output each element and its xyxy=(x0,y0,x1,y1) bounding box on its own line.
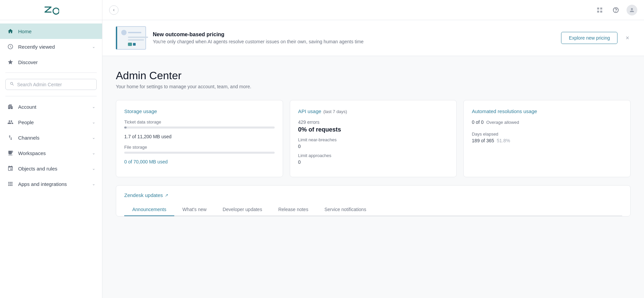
api-requests-pct: 0% of requests xyxy=(298,126,449,133)
overage-label: Overage allowed xyxy=(486,120,519,125)
star-icon xyxy=(7,58,14,66)
storage-card: Storage usage Ticket data storage 1.7 of… xyxy=(116,100,283,177)
sidebar-item-label-objects-rules: Objects and rules xyxy=(18,166,88,171)
sidebar-item-recently-viewed[interactable]: Recently viewed ⌄ xyxy=(0,39,102,54)
help-button[interactable] xyxy=(610,5,621,15)
sidebar-item-label-discover: Discover xyxy=(18,59,95,65)
near-breach-val: 0 xyxy=(298,144,449,149)
api-period: (last 7 days) xyxy=(323,109,347,114)
zendesk-logo-icon xyxy=(43,5,59,15)
topbar xyxy=(102,0,644,20)
close-banner-button[interactable]: × xyxy=(624,33,631,43)
page-subtitle: Your home for settings to manage your ac… xyxy=(116,84,631,89)
sidebar-item-account[interactable]: Account ⌄ xyxy=(0,99,102,114)
approaches-val: 0 xyxy=(298,159,449,165)
people-icon xyxy=(7,118,14,126)
sidebar-item-objects-rules[interactable]: Objects and rules ⌄ xyxy=(0,161,102,176)
chevron-down-icon-objects: ⌄ xyxy=(92,166,95,171)
search-container xyxy=(0,76,102,93)
stats-grid: Storage usage Ticket data storage 1.7 of… xyxy=(116,100,631,177)
pricing-banner: New outcome-based pricing You're only ch… xyxy=(102,20,644,56)
sidebar-item-channels[interactable]: Channels ⌄ xyxy=(0,130,102,145)
search-input[interactable] xyxy=(17,82,92,87)
api-card: API usage (last 7 days) 429 errors 0% of… xyxy=(290,100,457,177)
workspaces-icon xyxy=(7,149,14,157)
ticket-storage-value: 1.7 of 11,200 MB used xyxy=(124,134,275,139)
file-storage-value: 0 of 70,000 MB used xyxy=(124,159,275,164)
sidebar: Home Recently viewed ⌄ Discover xyxy=(0,0,102,298)
sidebar-item-home[interactable]: Home xyxy=(0,23,102,39)
tab-developer-updates[interactable]: Developer updates xyxy=(215,203,270,216)
sidebar-item-discover[interactable]: Discover xyxy=(0,54,102,70)
chevron-down-icon-channels: ⌄ xyxy=(92,135,95,140)
days-pct: 51.8% xyxy=(497,138,510,143)
file-storage-progress-bar xyxy=(124,152,275,154)
explore-pricing-button[interactable]: Explore new pricing xyxy=(561,32,617,44)
grid-menu-button[interactable] xyxy=(594,5,605,15)
channels-icon xyxy=(7,134,14,141)
days-elapsed-label: Days elapsed xyxy=(472,132,622,137)
api-errors: 429 errors xyxy=(298,119,449,125)
content-area: New outcome-based pricing You're only ch… xyxy=(102,20,644,298)
updates-tabs: Announcements What's new Developer updat… xyxy=(124,203,622,216)
automated-resolutions-link[interactable]: Automated resolutions usage xyxy=(472,108,622,114)
chevron-down-icon-account: ⌄ xyxy=(92,104,95,109)
sidebar-navigation: Home Recently viewed ⌄ Discover xyxy=(0,20,102,298)
sidebar-item-people[interactable]: People ⌄ xyxy=(0,114,102,130)
updates-card: Zendesk updates ↗ Announcements What's n… xyxy=(116,185,631,216)
near-breach-label: Limit near-breaches xyxy=(298,137,449,142)
banner-subtitle: You're only charged when AI agents resol… xyxy=(153,39,554,44)
tab-service-notifications[interactable]: Service notifications xyxy=(316,203,374,216)
nav-divider-1 xyxy=(5,72,97,73)
home-icon xyxy=(7,28,14,35)
building-icon xyxy=(7,103,14,110)
banner-title: New outcome-based pricing xyxy=(153,32,554,38)
topbar-left xyxy=(109,5,119,15)
logo-area xyxy=(0,0,102,20)
objects-icon xyxy=(7,165,14,172)
sidebar-item-label-apps: Apps and integrations xyxy=(18,181,88,187)
page-content: Admin Center Your home for settings to m… xyxy=(102,56,644,223)
api-usage-link[interactable]: API usage xyxy=(298,108,321,114)
search-icon xyxy=(10,82,14,87)
approaches-label: Limit approaches xyxy=(298,153,449,158)
banner-text: New outcome-based pricing You're only ch… xyxy=(153,32,554,44)
chevron-down-icon: ⌄ xyxy=(92,44,95,49)
sidebar-item-label-channels: Channels xyxy=(18,135,88,141)
ticket-storage-label: Ticket data storage xyxy=(124,119,275,125)
user-avatar-button[interactable] xyxy=(627,5,637,15)
chevron-down-icon-apps: ⌄ xyxy=(92,182,95,186)
external-link-icon: ↗ xyxy=(165,193,168,198)
main-area: New outcome-based pricing You're only ch… xyxy=(102,0,644,298)
automated-count: 0 of 0 xyxy=(472,119,484,125)
tab-release-notes[interactable]: Release notes xyxy=(270,203,317,216)
sidebar-item-workspaces[interactable]: Workspaces ⌄ xyxy=(0,145,102,161)
ticket-storage-progress-bar xyxy=(124,127,275,129)
search-box xyxy=(5,79,97,90)
sidebar-item-label-people: People xyxy=(18,119,88,125)
banner-illustration xyxy=(116,26,146,50)
chevron-down-icon-people: ⌄ xyxy=(92,120,95,125)
automated-resolutions-card: Automated resolutions usage 0 of 0 Overa… xyxy=(463,100,631,177)
svg-point-1 xyxy=(616,11,616,11)
storage-usage-link[interactable]: Storage usage xyxy=(124,108,275,114)
sidebar-item-label-home: Home xyxy=(18,29,95,34)
nav-divider-2 xyxy=(5,96,97,96)
topbar-right xyxy=(594,5,637,15)
collapse-sidebar-button[interactable] xyxy=(109,5,119,15)
page-title: Admin Center xyxy=(116,69,631,82)
ticket-storage-progress-fill xyxy=(124,127,127,129)
file-storage-label: File storage xyxy=(124,145,275,150)
tab-announcements[interactable]: Announcements xyxy=(124,203,174,216)
sidebar-item-label-account: Account xyxy=(18,104,88,110)
chevron-down-icon-workspaces: ⌄ xyxy=(92,151,95,155)
days-val: 189 of 365 xyxy=(472,138,494,143)
tab-whats-new[interactable]: What's new xyxy=(174,203,215,216)
sidebar-item-label-recently-viewed: Recently viewed xyxy=(18,44,88,50)
sidebar-item-label-workspaces: Workspaces xyxy=(18,150,88,156)
zendesk-updates-link[interactable]: Zendesk updates ↗ xyxy=(124,192,622,198)
clock-icon xyxy=(7,43,14,50)
apps-icon xyxy=(7,180,14,188)
updates-header: Zendesk updates ↗ Announcements What's n… xyxy=(116,186,630,216)
sidebar-item-apps-integrations[interactable]: Apps and integrations ⌄ xyxy=(0,176,102,192)
